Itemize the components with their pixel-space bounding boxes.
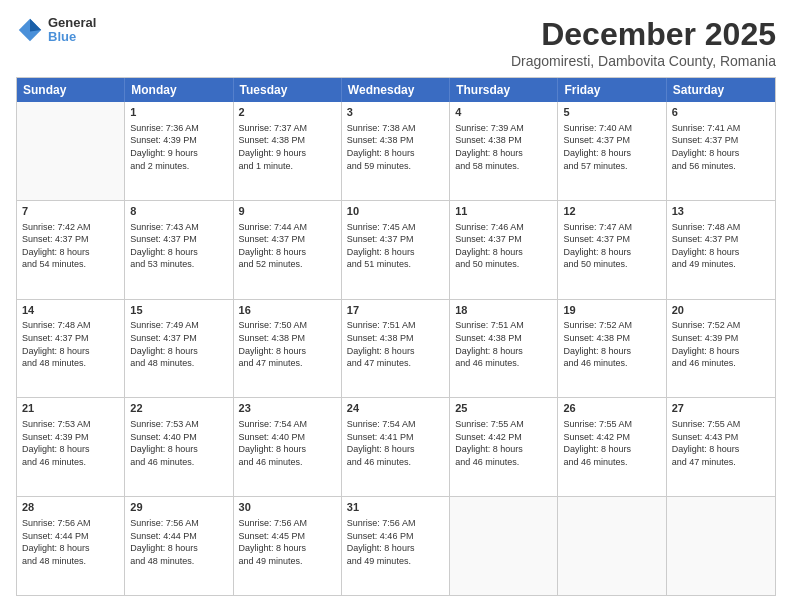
day-number: 15 [130,303,227,318]
cal-cell: 16Sunrise: 7:50 AM Sunset: 4:38 PM Dayli… [234,300,342,398]
day-number: 14 [22,303,119,318]
day-number: 4 [455,105,552,120]
cell-text: Sunrise: 7:53 AM Sunset: 4:39 PM Dayligh… [22,418,119,468]
cal-cell: 28Sunrise: 7:56 AM Sunset: 4:44 PM Dayli… [17,497,125,595]
day-number: 12 [563,204,660,219]
day-number: 2 [239,105,336,120]
day-number: 13 [672,204,770,219]
cell-text: Sunrise: 7:48 AM Sunset: 4:37 PM Dayligh… [672,221,770,271]
title-block: December 2025 Dragomiresti, Dambovita Co… [511,16,776,69]
location: Dragomiresti, Dambovita County, Romania [511,53,776,69]
cal-cell: 21Sunrise: 7:53 AM Sunset: 4:39 PM Dayli… [17,398,125,496]
cal-cell: 20Sunrise: 7:52 AM Sunset: 4:39 PM Dayli… [667,300,775,398]
day-number: 20 [672,303,770,318]
cell-text: Sunrise: 7:53 AM Sunset: 4:40 PM Dayligh… [130,418,227,468]
day-number: 26 [563,401,660,416]
cell-text: Sunrise: 7:36 AM Sunset: 4:39 PM Dayligh… [130,122,227,172]
cell-text: Sunrise: 7:54 AM Sunset: 4:40 PM Dayligh… [239,418,336,468]
header-day-thursday: Thursday [450,78,558,102]
day-number: 25 [455,401,552,416]
cell-text: Sunrise: 7:40 AM Sunset: 4:37 PM Dayligh… [563,122,660,172]
cell-text: Sunrise: 7:43 AM Sunset: 4:37 PM Dayligh… [130,221,227,271]
cal-cell: 10Sunrise: 7:45 AM Sunset: 4:37 PM Dayli… [342,201,450,299]
cell-text: Sunrise: 7:55 AM Sunset: 4:42 PM Dayligh… [455,418,552,468]
day-number: 11 [455,204,552,219]
cal-cell: 4Sunrise: 7:39 AM Sunset: 4:38 PM Daylig… [450,102,558,200]
cal-cell: 15Sunrise: 7:49 AM Sunset: 4:37 PM Dayli… [125,300,233,398]
day-number: 3 [347,105,444,120]
cal-cell: 5Sunrise: 7:40 AM Sunset: 4:37 PM Daylig… [558,102,666,200]
day-number: 7 [22,204,119,219]
cal-cell: 30Sunrise: 7:56 AM Sunset: 4:45 PM Dayli… [234,497,342,595]
cal-cell: 27Sunrise: 7:55 AM Sunset: 4:43 PM Dayli… [667,398,775,496]
cal-cell [558,497,666,595]
logo: General Blue [16,16,96,45]
cal-cell [450,497,558,595]
cal-cell [667,497,775,595]
cell-text: Sunrise: 7:51 AM Sunset: 4:38 PM Dayligh… [455,319,552,369]
day-number: 8 [130,204,227,219]
cal-cell: 1Sunrise: 7:36 AM Sunset: 4:39 PM Daylig… [125,102,233,200]
cal-cell: 8Sunrise: 7:43 AM Sunset: 4:37 PM Daylig… [125,201,233,299]
cell-text: Sunrise: 7:42 AM Sunset: 4:37 PM Dayligh… [22,221,119,271]
cell-text: Sunrise: 7:46 AM Sunset: 4:37 PM Dayligh… [455,221,552,271]
cell-text: Sunrise: 7:52 AM Sunset: 4:39 PM Dayligh… [672,319,770,369]
cal-cell: 22Sunrise: 7:53 AM Sunset: 4:40 PM Dayli… [125,398,233,496]
cal-cell: 19Sunrise: 7:52 AM Sunset: 4:38 PM Dayli… [558,300,666,398]
cell-text: Sunrise: 7:55 AM Sunset: 4:43 PM Dayligh… [672,418,770,468]
logo-icon [16,16,44,44]
cell-text: Sunrise: 7:51 AM Sunset: 4:38 PM Dayligh… [347,319,444,369]
cal-cell: 17Sunrise: 7:51 AM Sunset: 4:38 PM Dayli… [342,300,450,398]
header-day-sunday: Sunday [17,78,125,102]
cal-cell: 9Sunrise: 7:44 AM Sunset: 4:37 PM Daylig… [234,201,342,299]
day-number: 29 [130,500,227,515]
calendar-body: 1Sunrise: 7:36 AM Sunset: 4:39 PM Daylig… [17,102,775,595]
cal-cell: 18Sunrise: 7:51 AM Sunset: 4:38 PM Dayli… [450,300,558,398]
page: General Blue December 2025 Dragomiresti,… [0,0,792,612]
cell-text: Sunrise: 7:39 AM Sunset: 4:38 PM Dayligh… [455,122,552,172]
cal-cell: 3Sunrise: 7:38 AM Sunset: 4:38 PM Daylig… [342,102,450,200]
day-number: 24 [347,401,444,416]
cell-text: Sunrise: 7:48 AM Sunset: 4:37 PM Dayligh… [22,319,119,369]
day-number: 1 [130,105,227,120]
header: General Blue December 2025 Dragomiresti,… [16,16,776,69]
cell-text: Sunrise: 7:52 AM Sunset: 4:38 PM Dayligh… [563,319,660,369]
day-number: 21 [22,401,119,416]
cell-text: Sunrise: 7:38 AM Sunset: 4:38 PM Dayligh… [347,122,444,172]
day-number: 17 [347,303,444,318]
calendar-header: SundayMondayTuesdayWednesdayThursdayFrid… [17,78,775,102]
cal-cell: 2Sunrise: 7:37 AM Sunset: 4:38 PM Daylig… [234,102,342,200]
day-number: 6 [672,105,770,120]
cal-cell: 7Sunrise: 7:42 AM Sunset: 4:37 PM Daylig… [17,201,125,299]
cell-text: Sunrise: 7:44 AM Sunset: 4:37 PM Dayligh… [239,221,336,271]
day-number: 9 [239,204,336,219]
cal-cell: 11Sunrise: 7:46 AM Sunset: 4:37 PM Dayli… [450,201,558,299]
day-number: 18 [455,303,552,318]
logo-text: General Blue [48,16,96,45]
cal-cell: 12Sunrise: 7:47 AM Sunset: 4:37 PM Dayli… [558,201,666,299]
cell-text: Sunrise: 7:47 AM Sunset: 4:37 PM Dayligh… [563,221,660,271]
cal-cell: 6Sunrise: 7:41 AM Sunset: 4:37 PM Daylig… [667,102,775,200]
header-day-saturday: Saturday [667,78,775,102]
cal-cell: 31Sunrise: 7:56 AM Sunset: 4:46 PM Dayli… [342,497,450,595]
cell-text: Sunrise: 7:56 AM Sunset: 4:44 PM Dayligh… [130,517,227,567]
day-number: 10 [347,204,444,219]
calendar-row-4: 28Sunrise: 7:56 AM Sunset: 4:44 PM Dayli… [17,496,775,595]
cell-text: Sunrise: 7:45 AM Sunset: 4:37 PM Dayligh… [347,221,444,271]
day-number: 31 [347,500,444,515]
calendar-row-0: 1Sunrise: 7:36 AM Sunset: 4:39 PM Daylig… [17,102,775,200]
header-day-tuesday: Tuesday [234,78,342,102]
day-number: 23 [239,401,336,416]
header-day-wednesday: Wednesday [342,78,450,102]
cal-cell [17,102,125,200]
cal-cell: 26Sunrise: 7:55 AM Sunset: 4:42 PM Dayli… [558,398,666,496]
logo-line2: Blue [48,30,96,44]
day-number: 22 [130,401,227,416]
cell-text: Sunrise: 7:56 AM Sunset: 4:46 PM Dayligh… [347,517,444,567]
header-day-friday: Friday [558,78,666,102]
cell-text: Sunrise: 7:50 AM Sunset: 4:38 PM Dayligh… [239,319,336,369]
cell-text: Sunrise: 7:41 AM Sunset: 4:37 PM Dayligh… [672,122,770,172]
day-number: 27 [672,401,770,416]
month-title: December 2025 [511,16,776,53]
calendar-row-2: 14Sunrise: 7:48 AM Sunset: 4:37 PM Dayli… [17,299,775,398]
